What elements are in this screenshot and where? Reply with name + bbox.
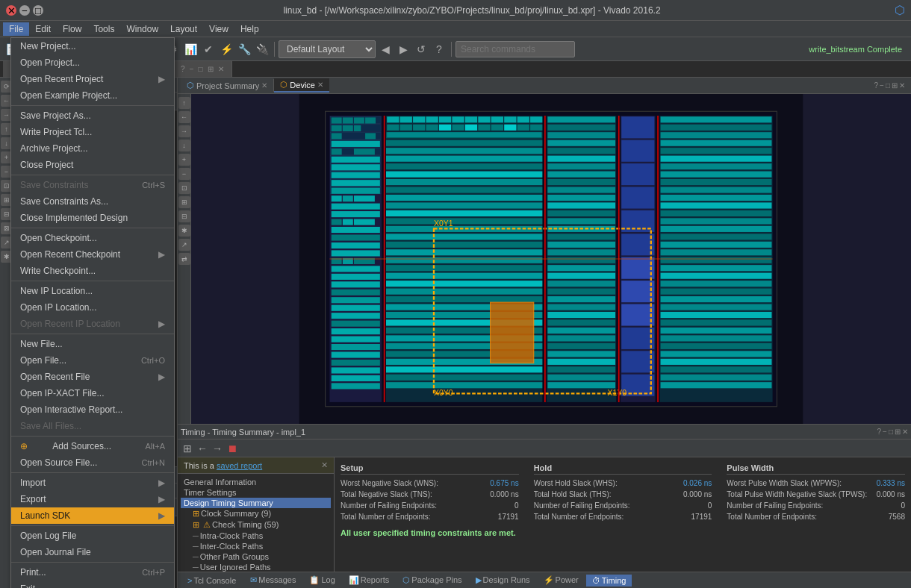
bottom-tab-design-runs[interactable]: ▶Design Runs (470, 574, 536, 587)
dev-nav-9[interactable]: ⊟ (178, 210, 190, 222)
tree-other-paths[interactable]: ─Other Path Groups (181, 551, 331, 562)
window-controls[interactable]: ✕ − □ (6, 5, 43, 16)
bottom-tab-timing[interactable]: ⏱Timing (586, 575, 632, 587)
menu-write-checkpoint[interactable]: Write Checkpoint... (11, 263, 174, 279)
wpws-value[interactable]: 0.333 ns (875, 478, 906, 489)
layout-dropdown[interactable]: Default Layout (279, 40, 376, 58)
timing-btn-4[interactable]: ⏹ (226, 442, 239, 455)
dev-nav-7[interactable]: ⊡ (178, 182, 190, 194)
project-summary-close[interactable]: ✕ (261, 81, 267, 90)
toolbar-sdk-btn[interactable]: 🔌 (254, 41, 270, 57)
menu-tools[interactable]: Tools (87, 22, 120, 36)
menu-help[interactable]: Help (234, 22, 265, 36)
device-close-btn[interactable]: ✕ (899, 81, 905, 90)
menu-add-sources[interactable]: ⊕ Add Sources... Alt+A (11, 438, 174, 454)
menu-open-ip-xact[interactable]: Open IP-XACT File... (11, 385, 174, 401)
menu-open-recent-checkpoint[interactable]: Open Recent Checkpoint ▶ (11, 246, 174, 263)
device-tab[interactable]: ⬡ Device ✕ (274, 78, 329, 93)
menu-close-implemented[interactable]: Close Implemented Design (11, 210, 174, 226)
dev-nav-4[interactable]: ↓ (178, 140, 190, 151)
bottom-tab-tcl[interactable]: >Tcl Console (181, 574, 243, 587)
menu-flow[interactable]: Flow (57, 22, 87, 36)
bottom-tab-package[interactable]: ⬡Package Pins (397, 574, 467, 587)
menu-file[interactable]: File (3, 22, 29, 36)
tree-timer-settings[interactable]: Timer Settings (181, 487, 331, 498)
dev-nav-11[interactable]: ↗ (178, 239, 190, 251)
toolbar-check-btn[interactable]: ✔ (200, 41, 217, 57)
menu-open-ip-location[interactable]: Open IP Location... (11, 299, 174, 316)
design-question-icon[interactable]: ? (181, 65, 185, 73)
toolbar-device-btn[interactable]: 🔧 (236, 41, 252, 57)
device-tab-close[interactable]: ✕ (317, 81, 323, 89)
menu-close-project[interactable]: Close Project (11, 157, 174, 173)
tree-intra-clock[interactable]: ─Intra-Clock Paths (181, 531, 331, 541)
menu-open-example[interactable]: Open Example Project... (11, 87, 174, 104)
design-close-icon[interactable]: ✕ (218, 65, 224, 73)
design-minimize-icon[interactable]: − (190, 65, 194, 73)
menu-new-ip-location[interactable]: New IP Location... (11, 283, 174, 299)
timing-btn-3[interactable]: → (211, 442, 224, 455)
timing-maximize-btn[interactable]: □ (889, 428, 893, 436)
device-minimize-btn[interactable]: − (880, 81, 884, 90)
tree-general-info[interactable]: General Information (181, 477, 331, 487)
toolbar-layout-reset[interactable]: ↺ (413, 41, 429, 57)
whs-value[interactable]: 0.026 ns (671, 478, 712, 489)
menu-export[interactable]: Export ▶ (11, 491, 174, 507)
tree-clock-summary[interactable]: ⊞Clock Summary (9) (181, 508, 331, 519)
timing-close-btn[interactable]: ✕ (902, 428, 908, 436)
menu-launch-sdk[interactable]: Launch SDK ▶ (11, 507, 174, 524)
maximize-window-button[interactable]: □ (33, 5, 43, 16)
menu-open-project[interactable]: Open Project... (11, 54, 174, 71)
timing-float-btn[interactable]: ⊞ (895, 428, 901, 436)
bottom-tab-log[interactable]: 📋Log (303, 574, 341, 587)
menu-open-recent-project[interactable]: Open Recent Project ▶ (11, 71, 174, 87)
menu-archive[interactable]: Archive Project... (11, 140, 174, 157)
toolbar-report-btn[interactable]: 📊 (182, 41, 199, 57)
toolbar-layout-prev[interactable]: ◀ (377, 41, 394, 57)
saved-report-close[interactable]: ✕ (321, 460, 328, 470)
menu-write-tcl[interactable]: Write Project Tcl... (11, 124, 174, 140)
close-window-button[interactable]: ✕ (6, 5, 16, 16)
menu-print[interactable]: Print... Ctrl+P (11, 564, 174, 581)
bottom-tab-power[interactable]: ⚡Power (538, 574, 585, 587)
saved-report-link[interactable]: saved report (217, 461, 262, 470)
timing-minimize-btn[interactable]: − (883, 428, 887, 436)
dev-nav-1[interactable]: ↑ (178, 97, 190, 109)
menu-edit[interactable]: Edit (29, 22, 57, 36)
dev-nav-6[interactable]: − (178, 168, 190, 180)
wns-value[interactable]: 0.675 ns (479, 478, 519, 489)
timing-btn-2[interactable]: ← (196, 442, 209, 455)
toolbar-help-btn[interactable]: ? (431, 41, 447, 57)
toolbar-layout-next[interactable]: ▶ (395, 41, 411, 57)
menu-open-log[interactable]: Open Log File (11, 528, 174, 544)
menu-open-journal[interactable]: Open Journal File (11, 544, 174, 560)
tree-inter-clock[interactable]: ─Inter-Clock Paths (181, 541, 331, 551)
dev-nav-10[interactable]: ✱ (178, 225, 190, 237)
timing-question-btn[interactable]: ? (877, 428, 882, 436)
dev-nav-5[interactable]: + (178, 154, 190, 166)
tree-user-ignored[interactable]: ─User Ignored Paths (181, 562, 331, 572)
menu-save-constraints-as[interactable]: Save Constraints As... (11, 193, 174, 210)
dev-nav-12[interactable]: ⇄ (178, 253, 190, 265)
bottom-tab-messages[interactable]: ✉Messages (244, 574, 302, 587)
device-float-btn[interactable]: ⊞ (892, 81, 898, 90)
menu-window[interactable]: Window (120, 22, 164, 36)
menu-save-as[interactable]: Save Project As... (11, 107, 174, 124)
tree-design-timing[interactable]: Design Timing Summary (181, 498, 331, 508)
menu-new-project[interactable]: New Project... (11, 38, 174, 54)
menu-import[interactable]: Import ▶ (11, 475, 174, 491)
device-view[interactable]: ↑ ← → ↓ + − ⊡ ⊞ ⊟ ✱ ↗ ⇄ (178, 94, 911, 424)
timing-btn-1[interactable]: ⊞ (181, 442, 194, 455)
design-maximize-icon[interactable]: □ (198, 65, 202, 73)
dev-nav-2[interactable]: ← (178, 111, 190, 123)
menu-layout[interactable]: Layout (164, 22, 203, 36)
search-input[interactable] (456, 41, 575, 57)
menu-open-source-file[interactable]: Open Source File... Ctrl+N (11, 454, 174, 471)
device-question-btn[interactable]: ? (874, 81, 879, 90)
bottom-tab-reports[interactable]: 📊Reports (343, 574, 396, 587)
dev-nav-8[interactable]: ⊞ (178, 196, 190, 208)
menu-open-checkpoint[interactable]: Open Checkpoint... (11, 230, 174, 246)
device-maximize-btn[interactable]: □ (886, 81, 890, 90)
menu-open-recent-file[interactable]: Open Recent File ▶ (11, 369, 174, 385)
menu-new-file[interactable]: New File... (11, 336, 174, 352)
